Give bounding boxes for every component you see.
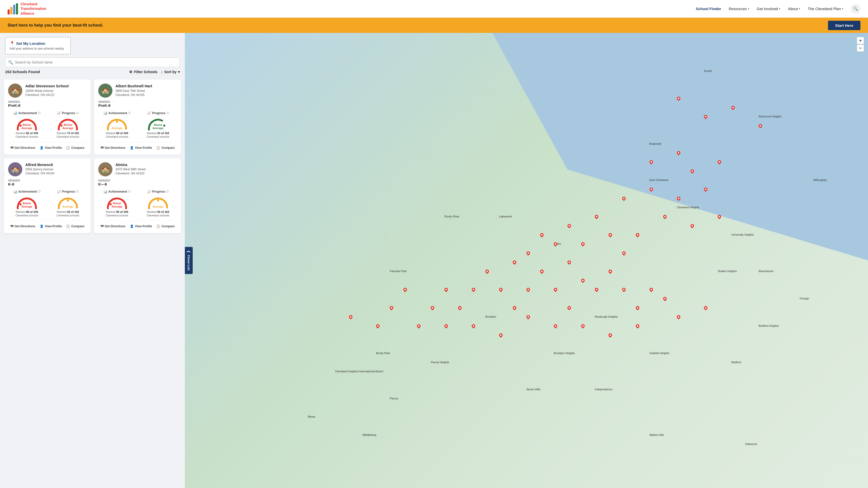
filter-sort-right: ⚙ Filter Schools ↕ Sort by ▾	[129, 70, 180, 74]
header-search-button[interactable]: 🔍	[851, 4, 860, 14]
school-card: 🏫 Albert Bushnell Hart 3900 East 75th St…	[94, 79, 181, 155]
map-pin[interactable]	[690, 223, 695, 228]
map-pin[interactable]	[580, 278, 585, 283]
get-directions-button[interactable]: 🗺 Get Directions	[99, 224, 127, 229]
progress-info-icon[interactable]: ⓘ	[76, 190, 79, 193]
school-card: 🏫 Adlai Stevenson School 18300 Woda Aven…	[4, 79, 91, 155]
map-pin[interactable]	[608, 232, 613, 237]
map-pin[interactable]	[567, 260, 572, 265]
schools-count: 153 Schools Found	[5, 70, 40, 74]
view-profile-button[interactable]: 👤 View Profile	[38, 145, 64, 151]
sort-button[interactable]: ↕ Sort by ▾	[161, 70, 180, 74]
logo-bars	[8, 3, 18, 14]
school-search-input[interactable]	[5, 58, 180, 67]
view-profile-button[interactable]: 👤 View Profile	[128, 145, 154, 151]
map-pin[interactable]	[526, 287, 531, 292]
compare-button[interactable]: 📋 Compare	[155, 145, 176, 151]
map-pin[interactable]	[662, 214, 668, 219]
map-label: Orange	[800, 297, 809, 300]
map-pin[interactable]	[676, 314, 681, 319]
map-pin[interactable]	[348, 314, 353, 319]
map-pin[interactable]	[621, 196, 626, 201]
map-pin[interactable]	[526, 251, 531, 256]
map-pin[interactable]	[594, 287, 599, 292]
get-directions-button[interactable]: 🗺 Get Directions	[9, 145, 37, 151]
map-pin[interactable]	[635, 305, 640, 310]
achievement-info-icon[interactable]: ⓘ	[128, 111, 131, 115]
set-location-box[interactable]: 📍 Set My Location Add your address to se…	[5, 37, 71, 55]
map-pin[interactable]	[662, 296, 668, 301]
map-pin[interactable]	[375, 323, 380, 329]
map-pin[interactable]	[553, 241, 558, 247]
map-pin[interactable]	[512, 305, 517, 310]
map-pin[interactable]	[444, 287, 449, 292]
progress-info-icon[interactable]: ⓘ	[166, 190, 169, 193]
compare-button[interactable]: 📋 Compare	[65, 224, 86, 229]
map-pin[interactable]	[539, 232, 545, 237]
nav-school-finder[interactable]: School Finder	[696, 7, 721, 11]
map-pin[interactable]	[649, 287, 654, 292]
nav-resources[interactable]: Resources ▾	[729, 7, 749, 11]
map-pin[interactable]	[580, 241, 585, 247]
start-here-button[interactable]: Start Here	[828, 21, 860, 30]
map-pin[interactable]	[498, 333, 503, 338]
map-pin[interactable]	[403, 287, 408, 292]
map-pin[interactable]	[498, 287, 503, 292]
view-profile-button[interactable]: 👤 View Profile	[128, 224, 154, 229]
nav-about[interactable]: About ▾	[788, 7, 800, 11]
achievement-info-icon[interactable]: ⓘ	[128, 190, 131, 193]
map-pin[interactable]	[580, 323, 585, 329]
map-pin[interactable]	[553, 323, 558, 329]
map-pin[interactable]	[539, 269, 545, 274]
map-pin[interactable]	[457, 305, 462, 310]
map-pin[interactable]	[635, 232, 640, 237]
map-label: Independence	[595, 388, 613, 391]
get-directions-button[interactable]: 🗺 Get Directions	[99, 145, 127, 151]
map-pin[interactable]	[621, 251, 626, 256]
progress-label: Progress	[152, 111, 165, 115]
map-pin[interactable]	[471, 287, 476, 292]
nav-cleveland-plan[interactable]: The Cleveland Plan ▾	[808, 7, 843, 11]
logo-text: Cleveland Transformation Alliance	[21, 2, 46, 16]
logo-bar-4	[16, 3, 18, 14]
map-label: Bedford	[731, 361, 741, 364]
banner: Start here to help you find your best-fi…	[0, 18, 868, 33]
progress-info-icon[interactable]: ⓘ	[76, 111, 79, 115]
map-pin[interactable]	[430, 305, 435, 310]
progress-label-row: 📈 Progress ⓘ	[147, 111, 169, 115]
progress-icon: 📈	[147, 111, 151, 115]
map-pin[interactable]	[485, 269, 490, 274]
map-pin[interactable]	[621, 287, 626, 292]
achievement-info-icon[interactable]: ⓘ	[38, 111, 40, 115]
achievement-rank: Ranked 82 of 109Cleveland schools	[16, 131, 38, 139]
map-pin[interactable]	[608, 333, 613, 338]
map-pin[interactable]	[526, 314, 531, 319]
map-pin[interactable]	[416, 323, 421, 329]
get-directions-button[interactable]: 🗺 Get Directions	[9, 224, 37, 229]
grades-value: K-8	[8, 182, 87, 186]
logo-area[interactable]: Cleveland Transformation Alliance	[8, 2, 46, 16]
close-list-button[interactable]: ❮ Close List	[185, 247, 193, 274]
achievement-info-icon[interactable]: ⓘ	[38, 190, 40, 193]
map-pin[interactable]	[704, 305, 709, 310]
zoom-in-button[interactable]: +	[857, 37, 864, 44]
zoom-out-button[interactable]: −	[857, 44, 864, 52]
nav-get-involved[interactable]: Get Involved ▾	[757, 7, 780, 11]
map-pin[interactable]	[567, 305, 572, 310]
compare-button[interactable]: 📋 Compare	[65, 145, 86, 151]
search-row: 🔍	[5, 58, 180, 67]
progress-rating-text: AboveAverage	[152, 123, 163, 130]
map-pin[interactable]	[444, 323, 449, 329]
map-pin[interactable]	[567, 223, 572, 228]
map-pin[interactable]	[553, 287, 558, 292]
map-pin[interactable]	[512, 260, 517, 265]
view-profile-button[interactable]: 👤 View Profile	[38, 224, 64, 229]
map-pin[interactable]	[635, 323, 640, 329]
map-pin[interactable]	[389, 305, 394, 310]
compare-button[interactable]: 📋 Compare	[155, 224, 176, 229]
map-pin[interactable]	[608, 269, 613, 274]
progress-info-icon[interactable]: ⓘ	[166, 111, 169, 115]
filter-button[interactable]: ⚙ Filter Schools	[129, 70, 157, 74]
map-pin[interactable]	[594, 214, 599, 219]
map-pin[interactable]	[471, 323, 476, 329]
